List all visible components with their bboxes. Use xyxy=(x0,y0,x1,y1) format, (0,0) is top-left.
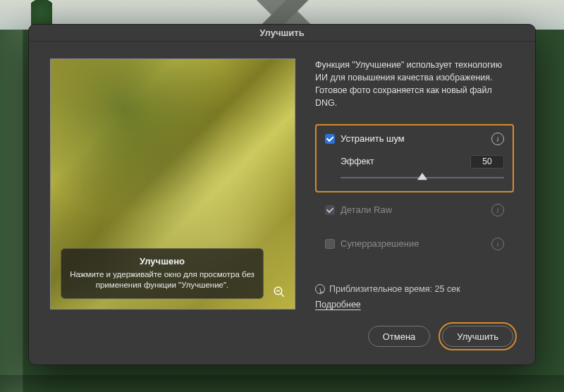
dialog-title: Улучшить xyxy=(29,25,535,42)
denoise-label: Устранить шум xyxy=(341,133,405,144)
denoise-effect-value[interactable]: 50 xyxy=(470,155,504,169)
super-resolution-label: Суперразрешение xyxy=(341,238,419,249)
enhance-button[interactable]: Улучшить xyxy=(442,326,513,347)
super-resolution-option-group: Суперразрешение i xyxy=(315,229,514,260)
super-resolution-checkbox xyxy=(325,239,335,249)
estimated-time-row: Приблизительное время: 25 сек xyxy=(315,284,514,294)
raw-details-checkbox xyxy=(325,205,335,215)
options-panel: Функция "Улучшение" использует технологи… xyxy=(315,59,514,310)
zoom-out-icon[interactable] xyxy=(272,285,286,299)
background-shadow xyxy=(0,375,564,392)
svg-line-1 xyxy=(281,293,284,297)
preview-overlay-title: Улучшено xyxy=(70,256,255,267)
slider-thumb[interactable] xyxy=(417,173,427,180)
denoise-option-group: Устранить шум i Эффект 50 xyxy=(315,124,514,192)
dialog-footer: Отмена Улучшить xyxy=(29,322,535,365)
info-icon[interactable]: i xyxy=(491,204,504,216)
preview-pane[interactable]: Улучшено Нажмите и удерживайте окно для … xyxy=(50,59,295,310)
denoise-effect-slider[interactable] xyxy=(341,173,504,183)
dialog-content: Улучшено Нажмите и удерживайте окно для … xyxy=(29,42,535,322)
timer-icon xyxy=(315,284,325,294)
enhance-button-highlight: Улучшить xyxy=(439,322,517,350)
denoise-effect-row: Эффект 50 xyxy=(325,155,504,169)
denoise-effect-label: Эффект xyxy=(341,157,374,166)
info-icon[interactable]: i xyxy=(491,238,504,250)
learn-more-link[interactable]: Подробнее xyxy=(315,300,514,310)
info-icon[interactable]: i xyxy=(491,133,504,145)
preview-overlay: Улучшено Нажмите и удерживайте окно для … xyxy=(61,248,264,299)
raw-details-option-group: Детали Raw i xyxy=(315,195,514,226)
preview-overlay-text: Нажмите и удерживайте окно для просмотра… xyxy=(70,269,255,291)
denoise-option-row: Устранить шум i xyxy=(325,133,504,145)
estimated-time-label: Приблизительное время: 25 сек xyxy=(329,284,460,294)
raw-details-label: Детали Raw xyxy=(341,204,392,215)
dialog-description: Функция "Улучшение" использует технологи… xyxy=(315,59,514,110)
enhance-dialog: Улучшить Улучшено Нажмите и удерживайте … xyxy=(28,24,536,365)
denoise-checkbox[interactable] xyxy=(325,134,335,144)
cancel-button[interactable]: Отмена xyxy=(368,326,431,347)
